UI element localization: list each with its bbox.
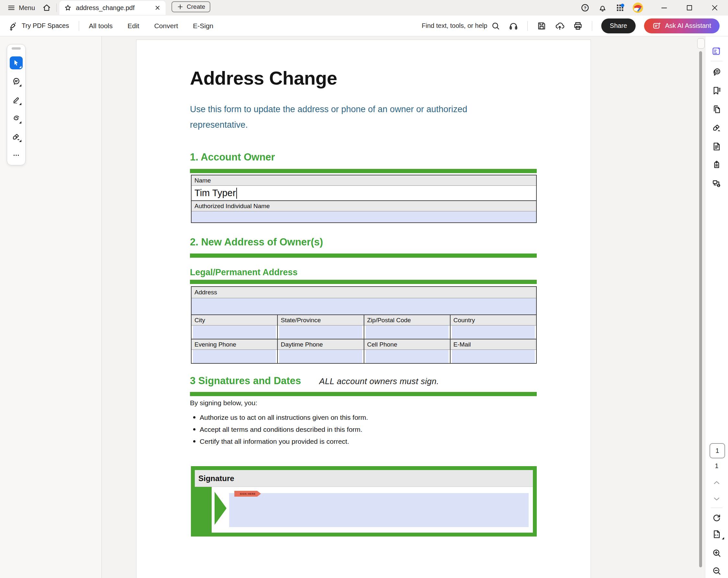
address-field-label: Address: [191, 287, 536, 298]
city-field[interactable]: [193, 325, 276, 339]
find-search-field[interactable]: Find text, tools, or help: [422, 21, 500, 30]
name-field-value: Tim Typer: [194, 188, 236, 199]
chevron-up-icon: [712, 478, 721, 487]
state-field[interactable]: [279, 325, 362, 339]
read-aloud-button[interactable]: [509, 21, 518, 31]
toolbar-divider-3: [592, 21, 592, 31]
page-thumbnails-panel-button[interactable]: [705, 102, 728, 116]
maximize-button[interactable]: [684, 3, 694, 12]
save-icon: [537, 21, 546, 31]
create-button[interactable]: Create: [172, 1, 210, 12]
signature-field[interactable]: [229, 493, 529, 527]
document-tab[interactable]: address_change.pdf: [59, 1, 166, 15]
zoom-in-button[interactable]: [705, 546, 728, 560]
ask-ai-assistant-button[interactable]: Ask AI Assistant: [644, 19, 720, 33]
draw-tool-button[interactable]: [10, 112, 23, 125]
tab-all-tools[interactable]: All tools: [89, 22, 113, 30]
authorized-name-field[interactable]: [191, 211, 536, 222]
evening-phone-field[interactable]: [193, 350, 276, 363]
country-field[interactable]: [452, 325, 535, 339]
share-button[interactable]: Share: [601, 19, 635, 33]
signing-intro: By signing below, you:: [190, 399, 257, 407]
try-pdf-spaces-button[interactable]: Try PDF Spaces: [8, 21, 69, 31]
scrollbar-top-cap[interactable]: [697, 38, 705, 49]
help-button[interactable]: ?: [580, 3, 590, 12]
more-tools-button[interactable]: [10, 149, 23, 162]
bell-icon: [598, 3, 607, 12]
signatures-panel-button[interactable]: [705, 121, 728, 135]
tab-edit[interactable]: Edit: [128, 22, 139, 30]
rotate-page-button[interactable]: [705, 511, 728, 525]
help-icon: ?: [580, 3, 590, 12]
country-cell: Country: [450, 315, 536, 339]
chevron-down-icon: [712, 494, 721, 503]
minimize-button[interactable]: [659, 3, 669, 12]
minimize-icon: [660, 4, 668, 12]
left-rail: [0, 36, 102, 578]
create-label: Create: [187, 3, 205, 10]
comments-icon: [712, 67, 722, 77]
evening-phone-cell: Evening Phone: [191, 339, 277, 363]
menu-button[interactable]: Menu: [0, 0, 40, 16]
find-placeholder: Find text, tools, or help: [422, 22, 487, 29]
tags-panel-button[interactable]: [705, 157, 728, 172]
section2-heading: 2. New Address of Owner(s): [190, 236, 323, 248]
cloud-upload-icon: [555, 21, 565, 31]
comments-panel-button[interactable]: [705, 65, 728, 79]
email-field[interactable]: [452, 350, 535, 363]
select-tool-button[interactable]: [10, 56, 23, 69]
cell-phone-field[interactable]: [366, 350, 449, 363]
search-icon[interactable]: [491, 21, 500, 30]
ai-chat-icon: [652, 21, 661, 30]
bullet-authorize: Authorize us to act on all instructions …: [191, 411, 368, 423]
actual-size-button[interactable]: 1:1: [705, 527, 728, 541]
close-window-button[interactable]: [710, 3, 720, 12]
bookmarks-panel-button[interactable]: [705, 84, 728, 98]
form-subtitle: Use this form to update the address or p…: [190, 102, 501, 133]
close-tab-icon[interactable]: [154, 4, 161, 11]
tab-esign[interactable]: E-Sign: [193, 22, 213, 30]
star-icon[interactable]: [64, 4, 72, 12]
upload-cloud-button[interactable]: [555, 21, 565, 31]
hamburger-icon: [7, 4, 16, 12]
state-cell: State/Province: [277, 315, 363, 339]
home-icon: [42, 3, 51, 12]
zip-label: Zip/Postal Code: [364, 315, 450, 325]
save-button[interactable]: [537, 21, 546, 31]
tab-title: address_change.pdf: [76, 4, 150, 12]
ai-assistant-panel-button[interactable]: [705, 44, 728, 58]
previous-page-button[interactable]: [705, 477, 728, 488]
attachments-panel-button[interactable]: [705, 139, 728, 154]
toolbar-divider-2: [527, 21, 528, 31]
device-info-panel-button[interactable]: [705, 176, 728, 190]
palette-drag-handle[interactable]: [12, 47, 21, 50]
bullet-accept: Accept all terms and conditions describe…: [191, 423, 368, 436]
print-button[interactable]: [573, 21, 583, 31]
tab-convert[interactable]: Convert: [154, 22, 178, 30]
titlebar-divider: [56, 4, 57, 12]
zoom-out-icon: [712, 566, 722, 576]
name-field[interactable]: Tim Typer: [191, 186, 536, 200]
avatar[interactable]: [633, 3, 643, 13]
scrollbar-thumb[interactable]: [699, 51, 702, 567]
close-window-icon: [710, 4, 719, 12]
highlight-tool-button[interactable]: [10, 94, 23, 106]
daytime-phone-field[interactable]: [279, 350, 362, 363]
zoom-out-button[interactable]: [705, 564, 728, 578]
bullet-certify: Certify that all information you provide…: [191, 436, 368, 447]
cell-phone-label: Cell Phone: [364, 339, 450, 350]
zip-field[interactable]: [366, 325, 449, 339]
section1-heading: 1. Account Owner: [190, 151, 275, 163]
address-field[interactable]: [191, 298, 536, 314]
notifications-button[interactable]: [598, 3, 607, 12]
page-number-input[interactable]: 1: [709, 443, 725, 458]
email-label: E-Mail: [450, 339, 536, 350]
pdf-spaces-icon: [8, 21, 18, 31]
comment-tool-button[interactable]: [10, 75, 23, 88]
sign-here-tag[interactable]: SIGN HERE: [234, 491, 261, 497]
next-page-button[interactable]: [705, 493, 728, 504]
fill-sign-tool-button[interactable]: [10, 130, 23, 143]
apps-grid-button[interactable]: [615, 3, 625, 12]
signature-arrow: [214, 492, 227, 525]
home-button[interactable]: [40, 0, 54, 16]
